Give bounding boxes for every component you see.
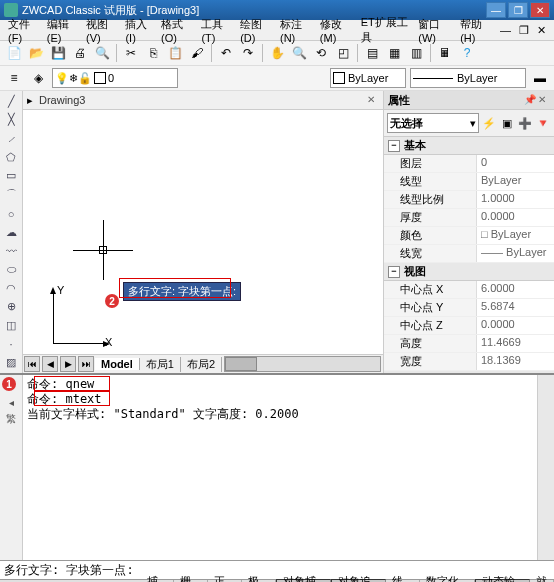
block-icon[interactable]: ◫ [1, 317, 21, 334]
color-combo[interactable]: ByLayer [330, 68, 406, 88]
menu-format[interactable]: 格式(O) [157, 17, 197, 44]
cmd-scrollbar[interactable] [537, 375, 554, 560]
prop-thick-value[interactable]: 0.0000 [477, 209, 554, 226]
menu-tools[interactable]: 工具(T) [197, 17, 236, 44]
paste-icon[interactable]: 📋 [165, 43, 185, 63]
menu-window[interactable]: 窗口(W) [414, 17, 456, 44]
cut-icon[interactable]: ✂ [121, 43, 141, 63]
menu-view[interactable]: 视图(V) [82, 17, 121, 44]
ellipsearc-icon[interactable]: ◠ [1, 280, 21, 297]
menu-draw[interactable]: 绘图(D) [236, 17, 276, 44]
pickadd-icon[interactable]: ➕ [517, 115, 533, 131]
app-small-icon: ▸ [27, 94, 33, 107]
prop-ltype-value[interactable]: ByLayer [477, 173, 554, 190]
selection-combo[interactable]: 无选择▾ [387, 113, 479, 133]
toolpal-icon[interactable]: ▥ [406, 43, 426, 63]
designcenter-icon[interactable]: ▦ [384, 43, 404, 63]
doc-close-button[interactable]: ✕ [533, 24, 550, 37]
pin-icon[interactable]: 📌 [524, 94, 536, 106]
calc-icon[interactable]: 🖩 [435, 43, 455, 63]
circle-icon[interactable]: ○ [1, 205, 21, 222]
selectobj-icon[interactable]: ▣ [499, 115, 515, 131]
menu-edit[interactable]: 编辑(E) [43, 17, 82, 44]
pan-icon[interactable]: ✋ [267, 43, 287, 63]
cmd-icon-3[interactable]: 繁 [3, 411, 19, 427]
h-scrollbar[interactable] [224, 356, 381, 372]
copy-icon[interactable]: ⎘ [143, 43, 163, 63]
drawing-tab[interactable]: Drawing3 [39, 94, 85, 106]
prop-ltscale-value[interactable]: 1.0000 [477, 191, 554, 208]
doc-minimize-button[interactable]: — [496, 24, 515, 36]
help-icon[interactable]: ? [457, 43, 477, 63]
command-input[interactable]: 多行文字: 字块第一点: [0, 560, 554, 579]
panel-close-icon[interactable]: ✕ [538, 94, 550, 106]
revcloud-icon[interactable]: ☁ [1, 224, 21, 241]
prop-cy-value[interactable]: 5.6874 [477, 299, 554, 316]
layout-tabs: ⏮ ◀ ▶ ⏭ Model 布局1 布局2 [23, 354, 383, 373]
doc-restore-button[interactable]: ❐ [515, 24, 533, 37]
command-history[interactable]: 命令: qnew 命令: mtext 当前文字样式: "Standard" 文字… [23, 375, 537, 560]
prop-height-value[interactable]: 11.4669 [477, 335, 554, 352]
linetype-combo[interactable]: ByLayer [410, 68, 526, 88]
redo-icon[interactable]: ↷ [238, 43, 258, 63]
menu-dim[interactable]: 标注(N) [276, 17, 316, 44]
close-button[interactable]: ✕ [530, 2, 550, 18]
tab-next-icon[interactable]: ▶ [60, 356, 76, 372]
color-combo-label: ByLayer [348, 72, 388, 84]
menu-file[interactable]: 文件(F) [4, 17, 43, 44]
prop-cz-value[interactable]: 0.0000 [477, 317, 554, 334]
hatch-icon[interactable]: ▨ [1, 354, 21, 371]
layout2-tab[interactable]: 布局2 [181, 357, 222, 372]
drawing-canvas[interactable]: 多行文字: 字块第一点: 2 Y X [23, 110, 383, 354]
zoom-window-icon[interactable]: ◰ [333, 43, 353, 63]
save-icon[interactable]: 💾 [48, 43, 68, 63]
layer-state-icon[interactable]: ◈ [28, 68, 48, 88]
polyline-icon[interactable]: ⟋ [1, 130, 21, 147]
menu-modify[interactable]: 修改(M) [316, 17, 357, 44]
zoom-prev-icon[interactable]: ⟲ [311, 43, 331, 63]
xline-icon[interactable]: ╳ [1, 112, 21, 129]
menu-et[interactable]: ET扩展工具 [357, 15, 415, 45]
open-icon[interactable]: 📂 [26, 43, 46, 63]
tab-close-icon[interactable]: ✕ [367, 94, 379, 106]
tab-last-icon[interactable]: ⏭ [78, 356, 94, 372]
print-icon[interactable]: 🖨 [70, 43, 90, 63]
cat-basic[interactable]: −基本 [384, 137, 554, 155]
prop-color-value[interactable]: □ ByLayer [477, 227, 554, 244]
lineweight-icon[interactable]: ▬ [530, 68, 550, 88]
ellipse-icon[interactable]: ⬭ [1, 261, 21, 278]
properties-icon[interactable]: ▤ [362, 43, 382, 63]
cat-view[interactable]: −视图 [384, 263, 554, 281]
quickselect-icon[interactable]: ⚡ [481, 115, 497, 131]
model-tab[interactable]: Model [95, 358, 140, 370]
cmd-icon-2[interactable]: ◂ [3, 394, 19, 410]
point-icon[interactable]: · [1, 336, 21, 353]
layer-combo[interactable]: 💡 ❄ 🔓 0 [52, 68, 178, 88]
layout1-tab[interactable]: 布局1 [140, 357, 181, 372]
new-icon[interactable]: 📄 [4, 43, 24, 63]
menu-help[interactable]: 帮助(H) [456, 17, 496, 44]
tab-prev-icon[interactable]: ◀ [42, 356, 58, 372]
match-icon[interactable]: 🖌 [187, 43, 207, 63]
arc-icon[interactable]: ⌒ [1, 186, 21, 203]
prop-lweight-value[interactable]: —— ByLayer [477, 245, 554, 262]
tab-first-icon[interactable]: ⏮ [24, 356, 40, 372]
filter-icon[interactable]: 🔻 [535, 115, 551, 131]
prop-layer-value[interactable]: 0 [477, 155, 554, 172]
spline-icon[interactable]: 〰 [1, 242, 21, 259]
menu-insert[interactable]: 插入(I) [121, 17, 157, 44]
polygon-icon[interactable]: ⬠ [1, 149, 21, 166]
insert-icon[interactable]: ⊕ [1, 298, 21, 315]
layer-manager-icon[interactable]: ≡ [4, 68, 24, 88]
preview-icon[interactable]: 🔍 [92, 43, 112, 63]
prop-width-name: 宽度 [384, 353, 477, 370]
prop-width-value[interactable]: 18.1369 [477, 353, 554, 370]
prop-cx-value[interactable]: 6.0000 [477, 281, 554, 298]
maximize-button[interactable]: ❐ [508, 2, 528, 18]
rectangle-icon[interactable]: ▭ [1, 168, 21, 185]
zoom-icon[interactable]: 🔍 [289, 43, 309, 63]
undo-icon[interactable]: ↶ [216, 43, 236, 63]
line-icon[interactable]: ╱ [1, 93, 21, 110]
app-icon [4, 3, 18, 17]
prop-color-name: 颜色 [384, 227, 477, 244]
